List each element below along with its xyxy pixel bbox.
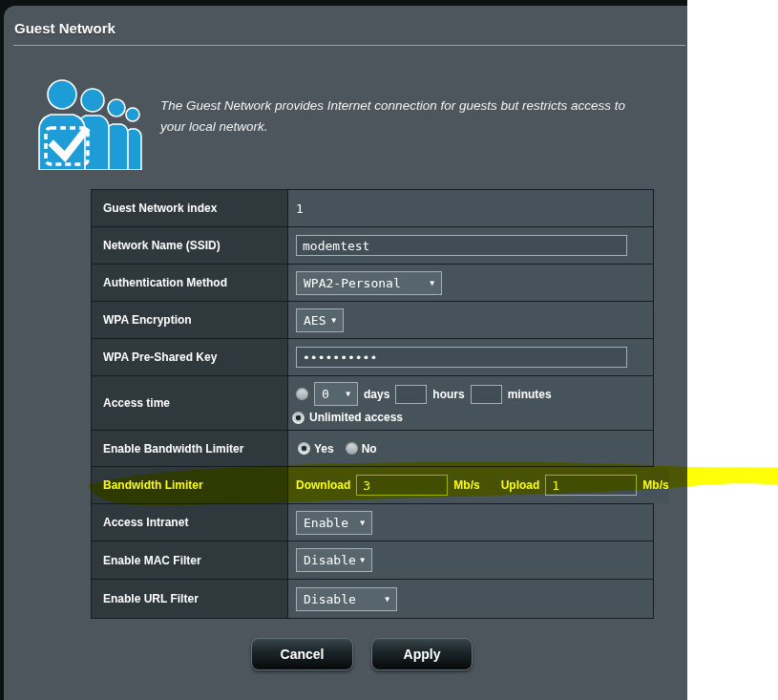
- chevron-down-icon: ▼: [360, 519, 365, 527]
- mac-filter-select[interactable]: Disable ▼: [296, 548, 372, 572]
- authentication-method-selected: WPA2-Personal: [304, 276, 401, 290]
- access-intranet-select[interactable]: Enable ▼: [296, 511, 372, 535]
- access-time-label: Access time: [92, 376, 288, 430]
- mac-filter-selected: Disable: [304, 553, 356, 567]
- bandwidth-limiter-label: Bandwidth Limiter: [92, 467, 288, 503]
- enable-bandwidth-limiter-label: Enable Bandwidth Limiter: [92, 431, 288, 466]
- access-time-limited-radio[interactable]: [296, 388, 308, 400]
- intro-description: The Guest Network provides Internet conn…: [160, 95, 653, 138]
- authentication-method-label: Authentication Method: [92, 265, 288, 301]
- row-bandwidth-limiter: Bandwidth Limiter Download Mb/s Upload M…: [92, 467, 653, 504]
- row-authentication-method: Authentication Method WPA2-Personal ▼: [92, 265, 653, 302]
- chevron-down-icon: ▼: [385, 595, 389, 604]
- hours-unit-label: hours: [432, 388, 464, 401]
- unlimited-access-label: Unlimited access: [309, 411, 403, 424]
- row-access-intranet: Access Intranet Enable ▼: [92, 504, 653, 541]
- row-enable-url-filter: Enable URL Filter Disable ▼: [92, 580, 653, 619]
- url-filter-selected: Disable: [304, 592, 356, 606]
- wpa-psk-label: WPA Pre-Shared Key: [92, 339, 288, 375]
- bandwidth-limiter-yes-radio[interactable]: [298, 442, 310, 455]
- apply-button[interactable]: Apply: [371, 638, 473, 670]
- bandwidth-limiter-no-radio[interactable]: [346, 442, 358, 455]
- guest-network-people-check-icon: [30, 78, 144, 170]
- wpa-encryption-label: WPA Encryption: [92, 302, 288, 338]
- row-enable-mac-filter: Enable MAC Filter Disable ▼: [92, 541, 653, 580]
- wpa-encryption-selected: AES: [304, 313, 326, 328]
- access-intranet-selected: Enable: [304, 516, 348, 530]
- network-name-label: Network Name (SSID): [92, 227, 288, 264]
- guest-network-panel: Guest Network The Guest Network provides…: [4, 6, 687, 700]
- title-divider: [13, 45, 685, 46]
- page-title: Guest Network: [14, 20, 116, 36]
- bandwidth-limiter-yes-label: Yes: [314, 442, 334, 456]
- guest-network-index-label: Guest Network index: [92, 190, 288, 226]
- wpa-encryption-select[interactable]: AES ▼: [296, 308, 344, 332]
- hours-input[interactable]: [395, 385, 427, 404]
- download-label: Download: [296, 478, 350, 492]
- minutes-unit-label: minutes: [508, 388, 552, 401]
- url-filter-select[interactable]: Disable ▼: [296, 587, 397, 611]
- download-input[interactable]: [356, 475, 448, 496]
- upload-input[interactable]: [545, 475, 637, 496]
- action-buttons: Cancel Apply: [251, 638, 473, 670]
- wpa-psk-input[interactable]: [296, 347, 627, 368]
- enable-url-filter-label: Enable URL Filter: [92, 580, 288, 618]
- enable-mac-filter-label: Enable MAC Filter: [92, 541, 288, 579]
- chevron-down-icon: ▼: [430, 279, 434, 287]
- access-intranet-label: Access Intranet: [92, 504, 288, 541]
- row-enable-bandwidth-limiter: Enable Bandwidth Limiter Yes No: [92, 431, 653, 467]
- upload-unit-label: Mb/s: [642, 478, 668, 492]
- chevron-down-icon: ▼: [360, 556, 365, 564]
- chevron-down-icon: ▼: [331, 316, 336, 325]
- upload-label: Upload: [501, 478, 540, 492]
- row-network-name: Network Name (SSID): [92, 227, 653, 265]
- chevron-down-icon: ▼: [346, 390, 350, 398]
- access-time-days-select[interactable]: 0 ▼: [314, 382, 358, 406]
- cancel-button[interactable]: Cancel: [251, 638, 353, 670]
- ssid-input[interactable]: [296, 235, 627, 256]
- row-wpa-pre-shared-key: WPA Pre-Shared Key: [92, 339, 653, 376]
- row-wpa-encryption: WPA Encryption AES ▼: [92, 302, 653, 339]
- guest-network-form: Guest Network index 1 Network Name (SSID…: [91, 189, 654, 619]
- guest-network-index-value: 1: [288, 190, 653, 226]
- row-access-time: Access time 0 ▼ days hours minutes U: [92, 376, 653, 431]
- row-guest-network-index: Guest Network index 1: [92, 190, 653, 227]
- bandwidth-limiter-no-label: No: [362, 442, 377, 456]
- authentication-method-select[interactable]: WPA2-Personal ▼: [296, 271, 442, 295]
- download-unit-label: Mb/s: [453, 478, 479, 492]
- minutes-input[interactable]: [471, 385, 502, 404]
- days-unit-label: days: [364, 388, 389, 401]
- access-time-unlimited-radio[interactable]: [292, 412, 305, 424]
- days-selected: 0: [322, 387, 329, 401]
